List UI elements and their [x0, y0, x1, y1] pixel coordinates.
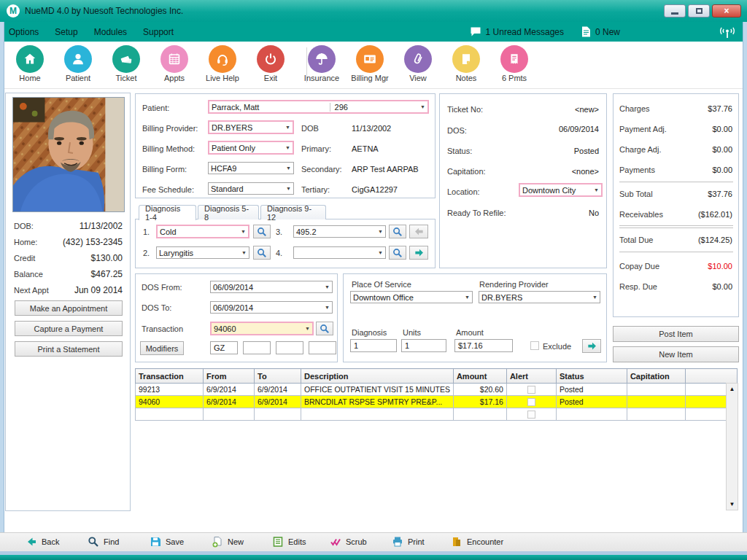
toolbar-ticket[interactable]: Ticket: [102, 44, 150, 88]
diagnosis-3-search-button[interactable]: [389, 225, 406, 238]
transaction-combo[interactable]: 94060▼: [210, 322, 314, 335]
alert-checkbox[interactable]: [527, 398, 535, 406]
modifier-1-input[interactable]: GZ: [210, 341, 238, 354]
diagnosis-4-select[interactable]: ▼: [293, 246, 386, 259]
exclude-checkbox[interactable]: [530, 341, 539, 350]
toolbar-home[interactable]: Home: [6, 44, 54, 88]
menu-modules[interactable]: Modules: [94, 27, 127, 37]
toolbar: Home Patient Ticket Appts Live Help Exit: [0, 42, 747, 89]
diagnosis-2-search-button[interactable]: [253, 246, 271, 260]
alert-checkbox[interactable]: [527, 411, 535, 419]
menu-setup[interactable]: Setup: [55, 27, 77, 37]
arrow-right-icon: [587, 341, 597, 351]
minimize-button[interactable]: [664, 4, 686, 18]
diagnosis-4-number: 4.: [276, 249, 282, 257]
copay-due-value: $10.00: [708, 262, 732, 271]
ticket-info-panel: Ticket No: <new> DOS: 06/09/2014 Status:…: [439, 93, 607, 268]
toolbar-exit[interactable]: Exit: [247, 44, 295, 88]
sidebar-home-value: (432) 153-2345: [63, 237, 123, 247]
back-button[interactable]: Back: [26, 536, 59, 548]
modifier-2-input[interactable]: [243, 341, 271, 354]
print-button[interactable]: Print: [392, 536, 425, 548]
divider: [619, 252, 733, 252]
post-item-button[interactable]: Post Item: [613, 326, 739, 342]
patient-select[interactable]: Parrack, Matt 296 ▼: [208, 100, 429, 114]
units-input[interactable]: 1: [401, 339, 446, 352]
new-item-button[interactable]: New Item: [613, 346, 739, 362]
modifier-4-input[interactable]: [309, 341, 336, 354]
scroll-up-icon[interactable]: ▲: [727, 386, 737, 392]
scrub-button[interactable]: Scrub: [330, 536, 367, 548]
menu-options[interactable]: Options: [9, 27, 39, 37]
col-description[interactable]: Description: [301, 369, 454, 384]
table-row-selected[interactable]: 94060 6/9/2014 6/9/2014 BRNCDILAT RSPSE …: [136, 396, 738, 408]
diagnosis-1-search-button[interactable]: [253, 225, 271, 238]
modifiers-button[interactable]: Modifiers: [140, 341, 184, 355]
new-button[interactable]: New: [212, 536, 244, 548]
place-of-service-select[interactable]: Downtown Office▼: [350, 291, 473, 303]
toolbar-live-help[interactable]: Live Help: [198, 44, 247, 88]
tab-diagnosis-1-4[interactable]: Diagnosis 1-4: [139, 205, 196, 220]
chevron-down-icon: ▼: [239, 229, 246, 234]
tab-diagnosis-5-8[interactable]: Diagnosis 5-8: [198, 205, 259, 219]
toolbar-payments[interactable]: 6 Pmts: [490, 44, 538, 88]
billing-method-select[interactable]: Patient Only ▼: [208, 141, 294, 155]
col-transaction[interactable]: Transaction: [136, 369, 204, 384]
unread-messages[interactable]: 1 Unread Messages: [470, 26, 564, 37]
table-row[interactable]: 99213 6/9/2014 6/9/2014 OFFICE OUTPATIEN…: [136, 384, 738, 396]
toolbar-view[interactable]: View: [394, 44, 442, 88]
charges-value: $37.76: [708, 104, 732, 113]
location-select[interactable]: Downtown City▼: [519, 183, 603, 197]
exclude-label: Exclude: [543, 342, 571, 351]
billing-provider-select[interactable]: DR.BYERS ▼: [208, 120, 294, 134]
col-to[interactable]: To: [255, 369, 301, 384]
print-statement-button[interactable]: Print a Statement: [15, 341, 123, 357]
table-scrollbar[interactable]: ▲ ▼: [726, 383, 738, 510]
maximize-button[interactable]: [688, 4, 710, 18]
fee-schedule-select[interactable]: Standard ▼: [208, 182, 294, 195]
search-icon: [320, 324, 330, 334]
tab-diagnosis-9-12[interactable]: Diagnosis 9-12: [260, 205, 326, 219]
save-button[interactable]: Save: [150, 536, 184, 548]
new-items[interactable]: 0 New: [581, 26, 620, 37]
col-alert[interactable]: Alert: [506, 369, 556, 384]
scroll-down-icon[interactable]: ▼: [727, 501, 737, 508]
transaction-search-button[interactable]: [316, 322, 333, 335]
diagnosis-2-select[interactable]: Laryngitis▼: [156, 246, 249, 259]
charge-adj-label: Charge Adj.: [619, 145, 661, 154]
find-button[interactable]: Find: [88, 536, 119, 548]
charge-diagnosis-input[interactable]: 1: [350, 339, 397, 352]
chevron-down-icon: ▼: [239, 250, 247, 255]
dos-from-select[interactable]: 06/09/2014▼: [210, 281, 333, 293]
billing-form-select[interactable]: HCFA9 ▼: [208, 162, 294, 174]
col-amount[interactable]: Amount: [453, 369, 506, 384]
col-status[interactable]: Status: [556, 369, 627, 384]
diagnosis-prev-button[interactable]: [409, 225, 428, 238]
amount-input[interactable]: $17.16: [454, 339, 513, 352]
col-from[interactable]: From: [204, 369, 255, 384]
alert-checkbox[interactable]: [527, 386, 535, 394]
toolbar-billing-mgr[interactable]: Billing Mgr: [346, 44, 394, 88]
chevron-down-icon: ▼: [592, 187, 599, 192]
capture-payment-button[interactable]: Capture a Payment: [15, 321, 123, 336]
table-row-empty[interactable]: [136, 408, 738, 421]
toolbar-notes[interactable]: Notes: [442, 44, 490, 88]
menu-support[interactable]: Support: [143, 27, 174, 37]
diagnosis-1-select[interactable]: Cold▼: [156, 225, 249, 238]
toolbar-patient[interactable]: Patient: [54, 44, 102, 88]
post-charge-button[interactable]: [582, 339, 601, 353]
col-capitation[interactable]: Capitation: [627, 369, 685, 384]
diagnosis-next-button[interactable]: [409, 246, 428, 260]
toolbar-insurance[interactable]: Insurance: [298, 44, 346, 88]
encounter-button[interactable]: Encounter: [451, 536, 503, 548]
close-button[interactable]: ×: [712, 4, 741, 18]
modifier-3-input[interactable]: [276, 341, 303, 354]
rendering-provider-select[interactable]: DR.BYERS▼: [479, 291, 600, 303]
toolbar-appts[interactable]: Appts: [150, 44, 198, 88]
diagnosis-3-select[interactable]: 495.2▼: [293, 225, 386, 238]
receivables-label: Receivables: [619, 210, 663, 219]
edits-button[interactable]: Edits: [272, 536, 306, 548]
dos-to-select[interactable]: 06/09/2014▼: [210, 301, 333, 314]
diagnosis-4-search-button[interactable]: [389, 246, 406, 260]
make-appointment-button[interactable]: Make an Appointment: [15, 300, 123, 316]
